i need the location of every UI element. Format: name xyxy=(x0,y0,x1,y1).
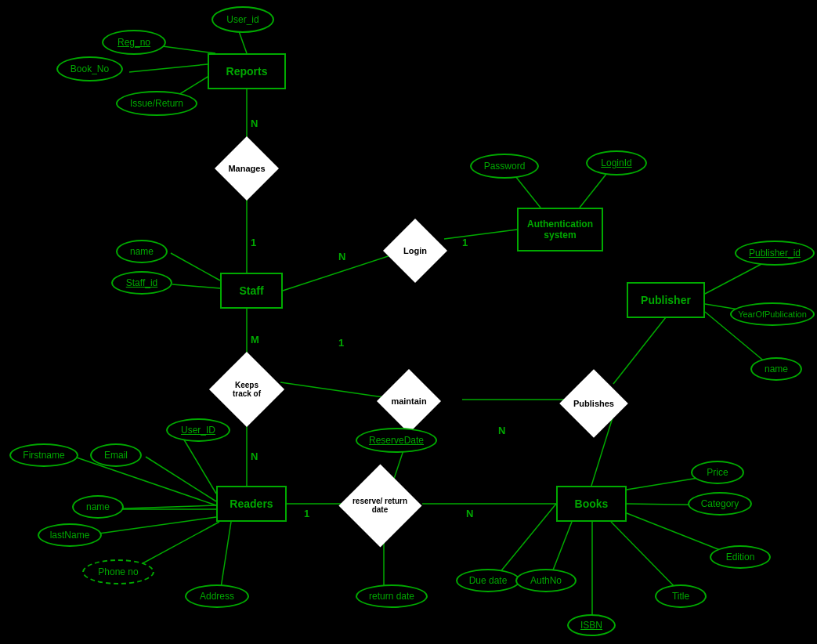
attr-firstname: Firstname xyxy=(9,443,78,467)
svg-line-9 xyxy=(444,230,517,239)
attr-password: Password xyxy=(470,154,539,179)
svg-line-2 xyxy=(129,64,208,72)
attr-auth-no: AuthNo xyxy=(515,569,577,592)
card-one1: 1 xyxy=(251,237,256,248)
svg-line-7 xyxy=(172,284,220,288)
attr-book-no: Book_No xyxy=(56,56,123,81)
entity-books: Books xyxy=(556,486,627,522)
attr-due-date: Due date xyxy=(456,569,520,592)
attr-year-of-pub: YearOfPublication xyxy=(730,302,815,326)
svg-line-15 xyxy=(180,433,216,494)
card-one4: 1 xyxy=(304,508,309,519)
card-n4: N xyxy=(466,508,473,519)
attr-isbn: ISBN xyxy=(567,614,616,636)
card-n3: N xyxy=(251,450,258,462)
attr-user-id-r: User_ID xyxy=(166,418,230,442)
attr-staff-id: Staff_id xyxy=(111,271,172,295)
attr-reserve-date: ReserveDate xyxy=(356,428,437,453)
er-diagram: Reports Staff Readers Books Publisher Au… xyxy=(0,0,817,644)
card-n2: N xyxy=(338,251,345,262)
attr-name-pub: name xyxy=(750,357,802,381)
attr-email: Email xyxy=(90,443,142,467)
card-one3: 1 xyxy=(338,337,344,349)
relationship-login: Login xyxy=(384,227,446,274)
card-m1: M xyxy=(251,334,259,346)
entity-readers: Readers xyxy=(216,486,287,522)
relationship-keepstrackof: Keepstrack of xyxy=(211,362,282,417)
attr-issue-return: Issue/Return xyxy=(116,91,197,116)
attr-address: Address xyxy=(185,584,249,608)
relationship-manages: Manages xyxy=(215,145,278,192)
attr-reg-no: Reg_no xyxy=(102,30,166,55)
attr-return-date: return date xyxy=(356,584,428,608)
card-one2: 1 xyxy=(462,237,468,248)
attr-lastname: lastName xyxy=(38,523,102,547)
entity-staff: Staff xyxy=(220,273,283,309)
entity-auth: Authenticationsystem xyxy=(517,208,603,251)
attr-category: Category xyxy=(688,492,752,516)
relationship-publishes: Publishes xyxy=(562,376,625,431)
attr-title: Title xyxy=(655,584,707,608)
entity-reports: Reports xyxy=(208,53,286,89)
entity-publisher: Publisher xyxy=(627,282,705,318)
attr-publisher-id: Publisher_id xyxy=(735,241,815,266)
relationship-maintain: maintain xyxy=(378,378,440,425)
attr-price: Price xyxy=(691,461,744,484)
attr-loginid: LoginId xyxy=(586,150,647,175)
attr-name-r: name xyxy=(72,495,124,519)
attr-user-id: User_id xyxy=(211,6,274,33)
attr-edition: Edition xyxy=(710,545,771,569)
attr-name-staff: name xyxy=(116,240,168,263)
relationship-reserve: reserve/ returndate xyxy=(341,478,419,533)
attr-phone-no: Phone no xyxy=(82,559,154,584)
svg-line-36 xyxy=(613,317,666,384)
card-n1: N xyxy=(251,118,258,129)
svg-line-16 xyxy=(146,457,216,501)
card-n5: N xyxy=(498,425,505,436)
svg-line-6 xyxy=(171,253,220,280)
